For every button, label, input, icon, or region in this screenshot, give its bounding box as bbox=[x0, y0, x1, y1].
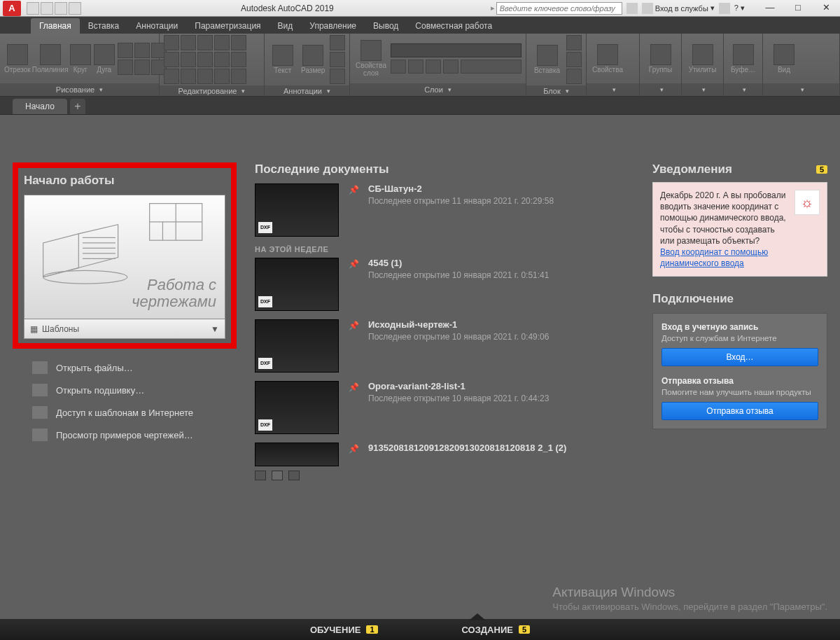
pin-icon[interactable]: 📌 bbox=[349, 183, 358, 237]
tab-parametric[interactable]: Параметризация bbox=[186, 18, 269, 34]
sample-drawings-link[interactable]: Просмотр примеров чертежей… bbox=[32, 429, 237, 441]
pin-icon[interactable]: 📌 bbox=[349, 258, 358, 311]
tool-properties[interactable]: Свойства bbox=[591, 44, 624, 74]
tab-collaborate[interactable]: Совместная работа bbox=[407, 18, 500, 34]
close-button[interactable]: ✕ bbox=[812, 1, 840, 16]
feedback-heading: Отправка отзыва bbox=[662, 376, 818, 386]
create-tab[interactable]: СОЗДАНИЕ5 bbox=[462, 625, 531, 635]
panel-layers-label[interactable]: Слои bbox=[350, 83, 526, 96]
pin-icon[interactable]: 📌 bbox=[349, 319, 358, 373]
recent-doc-item[interactable]: DXF 📌 Opora-variant-28-list-1Последнее о… bbox=[255, 381, 634, 434]
chevron-down-icon: ▼ bbox=[211, 324, 219, 334]
online-templates-link[interactable]: Доступ к шаблонам в Интернете bbox=[32, 406, 237, 419]
panel-props-label[interactable] bbox=[587, 83, 639, 96]
qat-saveas-icon[interactable] bbox=[69, 2, 81, 15]
tab-home[interactable]: Главная bbox=[31, 18, 80, 34]
recent-doc-item[interactable]: DXF 📌 4545 (1)Последнее открытие 10 янва… bbox=[255, 258, 634, 311]
tab-insert[interactable]: Вставка bbox=[80, 18, 128, 34]
app-logo[interactable]: A bbox=[3, 1, 21, 16]
panel-util-label[interactable] bbox=[682, 83, 723, 96]
qat-new-icon[interactable] bbox=[27, 2, 39, 15]
samples-icon bbox=[32, 429, 48, 441]
recent-doc-item[interactable]: DXF 📌 СБ-Шатун-2Последнее открытие 11 ян… bbox=[255, 183, 634, 237]
maximize-button[interactable]: □ bbox=[784, 1, 812, 16]
templates-dropdown[interactable]: ▦Шаблоны ▼ bbox=[24, 319, 225, 339]
doc-subtitle: Последнее открытие 11 января 2021 г. 20:… bbox=[368, 195, 554, 207]
start-page: Начало работы Работа счертежами ▦Шаблоны… bbox=[0, 115, 840, 619]
title-right-cluster: Вход в службы ▾ ? ▾ bbox=[622, 3, 749, 14]
panel-clip-label[interactable] bbox=[724, 83, 762, 96]
tool-text[interactable]: Текст bbox=[269, 45, 297, 74]
dxf-badge-icon: DXF bbox=[258, 296, 272, 307]
open-files-link[interactable]: Открыть файлы… bbox=[32, 361, 237, 374]
tool-block-insert[interactable]: Вставка bbox=[531, 45, 564, 74]
tool-circle[interactable]: Круг bbox=[70, 44, 91, 74]
template-icon: ▦ bbox=[30, 324, 38, 334]
getting-started-highlight: Начало работы Работа счертежами ▦Шаблоны… bbox=[13, 162, 237, 349]
tab-output[interactable]: Вывод bbox=[365, 18, 407, 34]
dxf-badge-icon: DXF bbox=[258, 358, 272, 369]
pin-icon[interactable]: 📌 bbox=[349, 443, 358, 466]
signin-button[interactable]: Вход… bbox=[662, 348, 818, 366]
tab-manage[interactable]: Управление bbox=[301, 18, 365, 34]
panel-draw-label[interactable]: Рисование bbox=[0, 83, 159, 96]
card-illustration bbox=[29, 200, 220, 285]
recent-doc-item[interactable]: DXF 📌 Исходный-чертеж-1Последнее открыти… bbox=[255, 319, 634, 373]
signin-link[interactable]: Вход в службы ▾ bbox=[642, 3, 715, 14]
tool-layer-props[interactable]: Свойства слоя bbox=[354, 40, 388, 77]
tool-utilities[interactable]: Утилиты bbox=[686, 44, 719, 74]
minimize-button[interactable]: — bbox=[756, 1, 784, 16]
tool-arc[interactable]: Дуга bbox=[94, 44, 115, 74]
signin-label: Вход в службы bbox=[655, 4, 708, 13]
panel-edit-label[interactable]: Редактирование bbox=[160, 85, 264, 96]
notification-link[interactable]: Ввод координат с помощью динамического в… bbox=[660, 247, 768, 268]
qat-open-icon[interactable] bbox=[41, 2, 53, 15]
tool-clipboard[interactable]: Буфе… bbox=[728, 44, 758, 74]
help-button[interactable]: ? ▾ bbox=[734, 4, 745, 13]
open-sheetset-link[interactable]: Открыть подшивку… bbox=[32, 384, 237, 396]
view-list-icon[interactable] bbox=[255, 471, 266, 480]
notification-card[interactable]: Декабрь 2020 г. А вы пробовали вводить з… bbox=[652, 182, 827, 277]
edit-tools[interactable] bbox=[164, 35, 246, 84]
tool-polyline[interactable]: Полилиния bbox=[34, 44, 67, 74]
folder-icon bbox=[32, 361, 48, 374]
tool-groups[interactable]: Группы bbox=[644, 44, 677, 74]
panel-groups-label[interactable] bbox=[640, 83, 681, 96]
people-icon[interactable] bbox=[626, 3, 638, 14]
feedback-button[interactable]: Отправка отзыва bbox=[662, 402, 818, 420]
search-arrow-icon: ▸ bbox=[491, 4, 495, 13]
keyword-search-input[interactable] bbox=[496, 2, 622, 15]
qat-save-icon[interactable] bbox=[55, 2, 67, 15]
tool-view[interactable]: Вид bbox=[767, 44, 801, 74]
anno-small[interactable] bbox=[330, 35, 345, 84]
this-week-heading: НА ЭТОЙ НЕДЕЛЕ bbox=[255, 245, 634, 253]
user-icon bbox=[642, 3, 653, 14]
dxf-badge-icon: DXF bbox=[258, 419, 272, 431]
pin-icon[interactable]: 📌 bbox=[349, 381, 358, 434]
learn-tab[interactable]: ОБУЧЕНИЕ1 bbox=[310, 625, 378, 635]
view-grid-icon[interactable] bbox=[272, 471, 283, 480]
tool-dimension[interactable]: Размер bbox=[300, 45, 328, 74]
tab-add-button[interactable]: + bbox=[70, 99, 85, 114]
doc-name: СБ-Шатун-2 bbox=[368, 183, 554, 194]
panel-block-label[interactable]: Блок bbox=[526, 85, 586, 96]
panel-anno-label[interactable]: Аннотации bbox=[265, 85, 349, 96]
right-column: Уведомления 5 Декабрь 2020 г. А вы пробо… bbox=[652, 162, 827, 619]
view-thumb-icon[interactable] bbox=[288, 471, 300, 480]
web-templates-icon bbox=[32, 406, 48, 419]
window-title: Autodesk AutoCAD 2019 bbox=[84, 4, 491, 13]
exchange-icon[interactable] bbox=[719, 3, 730, 14]
learn-badge: 1 bbox=[366, 625, 377, 634]
block-small[interactable] bbox=[566, 35, 582, 84]
recent-doc-item[interactable]: 📌 913520818120912820913020818120818 2_1 … bbox=[255, 443, 634, 466]
create-badge: 5 bbox=[519, 625, 530, 634]
panel-view-label[interactable] bbox=[763, 83, 839, 96]
connection-title: Подключение bbox=[652, 292, 827, 306]
sheets-icon bbox=[32, 384, 48, 396]
tool-line[interactable]: Отрезок bbox=[4, 44, 31, 74]
tab-annotate[interactable]: Аннотации bbox=[127, 18, 186, 34]
tab-view[interactable]: Вид bbox=[270, 18, 302, 34]
tab-start[interactable]: Начало bbox=[13, 99, 67, 114]
layer-combo[interactable] bbox=[391, 43, 522, 57]
start-drawing-card[interactable]: Работа счертежами bbox=[24, 195, 225, 319]
